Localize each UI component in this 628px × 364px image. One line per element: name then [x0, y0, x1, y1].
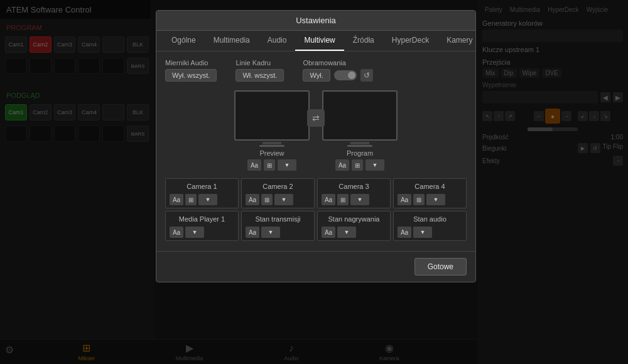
linia-kadru-col: Linie Kadru Wł. wszyst.	[236, 59, 284, 82]
toggle-knob	[348, 72, 355, 79]
mierniki-col: Mierniki Audio Wył. wszyst.	[165, 59, 217, 82]
cam3-controls: Aa ⊞ ▼	[322, 194, 386, 205]
cam4-grid[interactable]: ⊞	[413, 194, 425, 205]
cam1-grid[interactable]: ⊞	[185, 194, 197, 205]
program-controls: Aa ⊞ ▼	[335, 159, 384, 171]
cam1-dropdown[interactable]: ▼	[198, 194, 217, 205]
settings-modal: Ustawienia Ogólne Multimedia Audio Multi…	[156, 10, 476, 282]
program-grid[interactable]: ⊞	[352, 159, 363, 171]
tab-ogolne[interactable]: Ogólne	[163, 31, 205, 51]
stan-nagrywania-title: Stan nagrywania	[322, 215, 386, 223]
stan-audio-title: Stan audio	[398, 215, 462, 223]
stan-transmisji-title: Stan transmisji	[246, 215, 310, 223]
settings-row: Mierniki Audio Wył. wszyst. Linie Kadru …	[165, 59, 467, 82]
swap-button[interactable]: ⇄	[307, 109, 325, 127]
cam-cell-2: Camera 2 Aa ⊞ ▼	[241, 178, 315, 208]
cam2-grid[interactable]: ⊞	[261, 194, 273, 205]
preview-aa[interactable]: Aa	[247, 159, 261, 171]
cam4-title: Camera 4	[398, 183, 462, 190]
cam2-controls: Aa ⊞ ▼	[246, 194, 310, 205]
stan-audio-cell: Stan audio Aa ▼	[393, 211, 467, 241]
cam1-controls: Aa ⊞ ▼	[170, 194, 234, 205]
obramowania-toggle-area: Wył. ↺	[303, 69, 372, 82]
program-dropdown[interactable]: ▼	[365, 159, 384, 171]
media-player-controls: Aa ▼	[170, 227, 234, 238]
program-aa[interactable]: Aa	[335, 159, 349, 171]
program-monitor-container: Program Aa ⊞ ▼	[322, 90, 398, 171]
cam3-dropdown[interactable]: ▼	[350, 194, 369, 205]
linia-kadru-label: Linie Kadru	[236, 59, 284, 67]
program-monitor	[322, 90, 398, 141]
cam3-title: Camera 3	[322, 183, 386, 190]
cam1-aa[interactable]: Aa	[170, 194, 183, 205]
tab-multiview[interactable]: Multiview	[295, 31, 344, 51]
stan-nagrywania-cell: Stan nagrywania Aa ▼	[317, 211, 391, 241]
audio-aa[interactable]: Aa	[398, 227, 411, 238]
obramowania-label: Obramowania	[303, 59, 372, 67]
media-dropdown[interactable]: ▼	[185, 227, 204, 238]
tab-audio[interactable]: Audio	[259, 31, 296, 51]
modal-header: Ustawienia	[156, 11, 475, 31]
cam4-aa[interactable]: Aa	[398, 194, 411, 205]
cam-cell-1: Camera 1 Aa ⊞ ▼	[165, 178, 239, 208]
media-player-cell: Media Player 1 Aa ▼	[165, 211, 239, 241]
done-button[interactable]: Gotowe	[414, 258, 467, 276]
media-player-title: Media Player 1	[170, 215, 234, 223]
modal-body: Mierniki Audio Wył. wszyst. Linie Kadru …	[156, 51, 475, 251]
cam2-dropdown[interactable]: ▼	[274, 194, 293, 205]
camera-grid-top: Camera 1 Aa ⊞ ▼ Camera 2 Aa ⊞ ▼	[165, 178, 467, 208]
modal-title: Ustawienia	[296, 16, 336, 25]
tab-zrodla[interactable]: Źródła	[344, 31, 383, 51]
camera-grid-bottom: Media Player 1 Aa ▼ Stan transmisji Aa ▼…	[165, 211, 467, 241]
preview-monitor-container: Preview Aa ⊞ ▼	[234, 90, 310, 171]
wyl-wszyst-btn-1[interactable]: Wył. wszyst.	[165, 69, 217, 82]
stan-audio-controls: Aa ▼	[398, 227, 462, 238]
mierniki-label: Mierniki Audio	[165, 59, 217, 67]
preview-monitor	[234, 90, 310, 141]
monitors-row: Preview Aa ⊞ ▼ ⇄ Program Aa ⊞	[165, 90, 467, 171]
cam2-title: Camera 2	[246, 183, 310, 190]
modal-tabs: Ogólne Multimedia Audio Multiview Źródła…	[156, 31, 475, 51]
wl-wszyst-btn[interactable]: Wł. wszyst.	[236, 69, 284, 82]
stan-transmisji-controls: Aa ▼	[246, 227, 310, 238]
stan-transmisji-cell: Stan transmisji Aa ▼	[241, 211, 315, 241]
preview-dropdown[interactable]: ▼	[278, 159, 296, 171]
tab-hyperdeck[interactable]: HyperDeck	[383, 31, 438, 51]
modal-overlay: Ustawienia Ogólne Multimedia Audio Multi…	[0, 0, 628, 364]
refresh-button[interactable]: ↺	[360, 69, 373, 82]
program-label-text: Program	[347, 149, 373, 157]
cam4-controls: Aa ⊞ ▼	[398, 194, 462, 205]
nagrywania-aa[interactable]: Aa	[322, 227, 335, 238]
preview-grid[interactable]: ⊞	[264, 159, 275, 171]
cam-cell-3: Camera 3 Aa ⊞ ▼	[317, 178, 391, 208]
tab-multimedia[interactable]: Multimedia	[205, 31, 259, 51]
cam4-dropdown[interactable]: ▼	[426, 194, 445, 205]
cam2-aa[interactable]: Aa	[246, 194, 259, 205]
transmisji-dropdown[interactable]: ▼	[261, 227, 280, 238]
nagrywania-dropdown[interactable]: ▼	[337, 227, 356, 238]
cam3-aa[interactable]: Aa	[322, 194, 335, 205]
cam-cell-4: Camera 4 Aa ⊞ ▼	[393, 178, 467, 208]
cam3-grid[interactable]: ⊞	[337, 194, 349, 205]
stan-nagrywania-controls: Aa ▼	[322, 227, 386, 238]
transmisji-aa[interactable]: Aa	[246, 227, 259, 238]
wyl-btn[interactable]: Wył.	[303, 69, 330, 82]
cam1-title: Camera 1	[170, 183, 234, 190]
tab-kamery[interactable]: Kamery	[438, 31, 476, 51]
audio-dropdown[interactable]: ▼	[413, 227, 432, 238]
preview-label-text: Preview	[259, 149, 284, 157]
modal-footer: Gotowe	[156, 251, 475, 282]
media-aa[interactable]: Aa	[170, 227, 183, 238]
preview-controls: Aa ⊞ ▼	[247, 159, 296, 171]
obramowania-col: Obramowania Wył. ↺	[303, 59, 372, 82]
obramowania-toggle[interactable]	[334, 70, 357, 80]
